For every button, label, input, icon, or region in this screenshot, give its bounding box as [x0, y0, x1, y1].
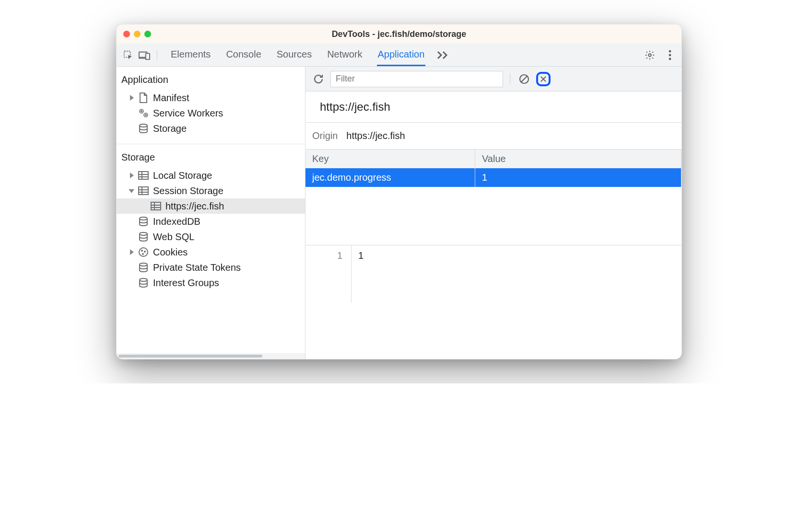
sidebar-item-indexeddb[interactable]: IndexedDB [117, 214, 305, 229]
separator [157, 50, 157, 60]
storage-table: Key Value jec.demo.progress 1 [305, 150, 681, 245]
sidebar-item-label: Storage [153, 123, 187, 134]
kebab-menu-icon[interactable] [663, 48, 677, 62]
titlebar: DevTools - jec.fish/demo/storage [117, 24, 681, 44]
origin-value: https://jec.fish [346, 130, 405, 141]
settings-icon[interactable] [643, 48, 657, 62]
group-application: Manifest Service Workers [117, 87, 305, 144]
group-storage-title: Storage [117, 150, 305, 165]
svg-line-34 [521, 76, 527, 82]
tab-elements[interactable]: Elements [170, 44, 211, 66]
database-icon [138, 123, 149, 134]
table-row[interactable]: jec.demo.progress 1 [305, 168, 681, 187]
origin-row: Origin https://jec.fish [305, 123, 681, 150]
sidebar-item-label: Interest Groups [153, 278, 219, 289]
svg-point-32 [140, 278, 147, 281]
sidebar-item-label: Local Storage [153, 170, 212, 181]
gears-icon [138, 107, 149, 119]
chevron-down-icon [129, 189, 134, 193]
svg-point-31 [140, 263, 147, 266]
sidebar-item-session-storage[interactable]: Session Storage [117, 183, 305, 198]
tab-sources[interactable]: Sources [276, 44, 313, 66]
delete-selected-icon[interactable] [536, 72, 551, 86]
preview-content: 1 [352, 245, 370, 303]
cell-value: 1 [475, 168, 681, 187]
svg-point-25 [140, 217, 147, 220]
cell-key: jec.demo.progress [305, 168, 475, 187]
sidebar-item-label: Web SQL [153, 231, 194, 243]
chevron-right-icon [130, 249, 134, 255]
database-icon [138, 231, 149, 243]
svg-point-10 [144, 113, 148, 117]
sidebar-item-manifest[interactable]: Manifest [117, 90, 305, 105]
table-header-row: Key Value [305, 150, 681, 168]
svg-point-11 [145, 115, 147, 116]
maximize-window-button[interactable] [144, 31, 151, 37]
value-preview: 1 1 [305, 245, 681, 303]
storage-toolbar [305, 67, 681, 92]
svg-point-29 [144, 251, 145, 252]
more-tabs-icon[interactable] [436, 48, 449, 62]
svg-point-9 [141, 111, 142, 112]
table-icon [138, 185, 149, 197]
sidebar-item-label: https://jec.fish [165, 201, 224, 212]
tab-network[interactable]: Network [326, 44, 363, 66]
group-application-title: Application [117, 72, 305, 87]
svg-point-5 [669, 50, 671, 52]
sidebar-item-storage[interactable]: Storage [117, 121, 305, 136]
col-value[interactable]: Value [475, 150, 681, 168]
window-title: DevTools - jec.fish/demo/storage [117, 29, 681, 39]
filter-input[interactable] [330, 71, 503, 87]
svg-point-30 [142, 254, 143, 254]
preview-line-number: 1 [305, 245, 352, 303]
origin-label: Origin [312, 130, 338, 141]
storage-panel: https://jec.fish Origin https://jec.fish… [305, 67, 681, 359]
traffic-lights [123, 31, 151, 37]
database-icon [138, 216, 149, 227]
svg-point-7 [669, 58, 671, 60]
refresh-icon[interactable] [311, 72, 326, 86]
chevron-right-icon [130, 95, 134, 101]
sidebar-item-label: Private State Tokens [153, 262, 241, 273]
file-icon [138, 92, 149, 104]
sidebar-item-session-storage-origin[interactable]: https://jec.fish [117, 198, 305, 214]
svg-rect-21 [151, 202, 161, 210]
devtools-toolbar: Elements Console Sources Network Applica… [117, 44, 681, 67]
separator [510, 73, 510, 85]
sidebar-item-label: Manifest [153, 93, 189, 104]
sidebar-item-websql[interactable]: Web SQL [117, 229, 305, 244]
inspect-element-icon[interactable] [121, 48, 135, 62]
col-key[interactable]: Key [305, 150, 475, 168]
sidebar-item-interest-groups[interactable]: Interest Groups [117, 275, 305, 290]
tab-application[interactable]: Application [377, 44, 426, 66]
sidebar-item-label: Service Workers [153, 108, 223, 119]
svg-point-12 [140, 124, 147, 127]
sidebar-item-label: Cookies [153, 247, 188, 258]
sidebar-item-private-state-tokens[interactable]: Private State Tokens [117, 260, 305, 275]
toolbar-right [643, 48, 677, 62]
clear-all-icon[interactable] [517, 72, 531, 86]
tab-strip: Elements Console Sources Network Applica… [170, 44, 425, 66]
chevron-right-icon [130, 173, 134, 178]
minimize-window-button[interactable] [134, 31, 141, 37]
svg-rect-3 [146, 53, 150, 59]
sidebar-item-label: Session Storage [153, 185, 223, 197]
tab-console[interactable]: Console [225, 44, 262, 66]
sidebar-item-cookies[interactable]: Cookies [117, 244, 305, 260]
table-icon [150, 200, 162, 212]
devtools-window: DevTools - jec.fish/demo/storage Element… [116, 24, 682, 359]
close-window-button[interactable] [123, 31, 130, 37]
svg-rect-17 [139, 187, 148, 195]
sidebar-item-service-workers[interactable]: Service Workers [117, 105, 305, 121]
svg-point-27 [139, 248, 148, 256]
horizontal-scrollbar[interactable] [117, 353, 305, 359]
table-icon [138, 170, 149, 181]
cookie-icon [138, 246, 149, 258]
content-area: Application Manifest [117, 67, 681, 359]
svg-point-8 [140, 109, 143, 113]
database-icon [138, 277, 149, 289]
sidebar-item-local-storage[interactable]: Local Storage [117, 168, 305, 183]
svg-point-6 [669, 54, 671, 56]
device-toolbar-icon[interactable] [138, 48, 151, 62]
sidebar-item-label: IndexedDB [153, 216, 200, 227]
